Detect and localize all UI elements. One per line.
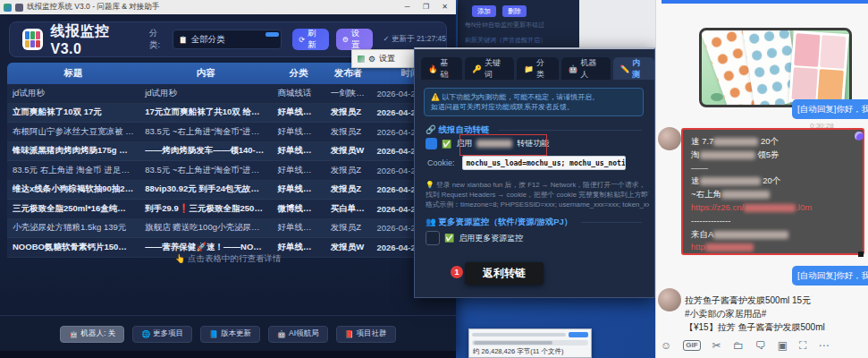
last-updated: ✓ 更新于 21:27:45	[383, 34, 446, 45]
background-panel	[579, 0, 655, 47]
tab-关键词[interactable]: 🔑关键词	[465, 57, 514, 80]
tab-机器人[interactable]: 🤖机器人	[561, 57, 611, 80]
category-dropdown[interactable]: 📋 全部分类	[173, 30, 282, 49]
table-row[interactable]: 立而爽船袜了10双 17元17元立而爽船袜了共10双 给季恒后石...好单线报-…	[7, 104, 449, 124]
cell-title: 三元极致全脂250ml*16盒纯牛奶 29....	[7, 203, 139, 215]
cell-title: 83.5元 右上角进 淘金币 进足迹拍 有...	[7, 165, 139, 176]
refresh-icon: ⟳	[299, 36, 305, 44]
feed-table: 标题内容分类发布者时间 jd试用秒jd试用秒商城线话一剑陕上做...2026-0…	[7, 63, 449, 258]
chat-history-icon[interactable]: 🗨	[755, 337, 766, 354]
cell-title: jd试用秒	[7, 88, 139, 99]
tab-分类[interactable]: 📁分类	[517, 57, 558, 80]
window-title: 线报监控系统 V3.0 - 问题库 & 对接助手	[27, 2, 396, 13]
cell-content: 88vip30.92元 到手24包无故垫4.48...	[139, 183, 272, 195]
checkbox-unchecked[interactable]	[426, 231, 440, 245]
chat-image-stickers[interactable]	[699, 28, 852, 107]
table-row[interactable]: 三元极致全脂250ml*16盒纯牛奶 29....到手29.9❗三元极致全脂25…	[7, 200, 449, 219]
redacted-text	[705, 243, 754, 251]
footer-button-icon: 🤖	[69, 330, 78, 338]
message-text: ——	[691, 163, 708, 173]
refresh-button[interactable]: ⟳ 刷新	[292, 29, 328, 50]
delete-button[interactable]: 删除	[502, 5, 527, 17]
resources-checkbox-row[interactable]: ✅ 启用更多资源监控	[426, 231, 523, 245]
cell-title: NOOBO氨糖软骨素钙片150粒*2瓶3...	[7, 242, 139, 253]
message-line: --------------	[691, 215, 855, 228]
footer-button[interactable]: 🤖机器人: 关	[60, 326, 124, 343]
tab-基础[interactable]: 🔥基础	[421, 57, 462, 80]
footer-button-icon: 📕	[345, 330, 354, 338]
avatar[interactable]	[658, 127, 681, 150]
app-icon	[4, 4, 12, 12]
cookie-tip: 💡 登录 new xianbao fun 后，按 F12 → Network，随…	[426, 180, 649, 190]
message-text: http	[691, 242, 705, 251]
message-text: 淘	[691, 149, 700, 159]
outgoing-bubble: [自动回复]你好，我现	[792, 266, 868, 286]
cell-content: 到手29.9❗三元极致全脂250ml*16...	[139, 203, 272, 215]
gif-icon[interactable]: GIF	[683, 340, 700, 351]
cell-title: 维达x线条小狗棕褐软抽90抽24包 ...	[7, 183, 139, 195]
file-icon[interactable]: 🗀	[733, 337, 744, 354]
close-button[interactable]: ✕	[437, 0, 452, 14]
cell-publisher: 发报员Z	[325, 126, 372, 138]
app-logo-icon	[22, 29, 43, 50]
cell-category: 好单线报-...	[272, 145, 324, 157]
checkbox-label: 启用更多资源监控	[459, 233, 523, 244]
cookie-tip: 找到 Request Headers → cookie，把整个 cookie 完…	[426, 190, 649, 200]
annotation-badge: 1	[451, 266, 463, 278]
titlebar: 线报监控系统 V3.0 - 问题库 & 对接助手 ─ ❐ ✕	[0, 0, 456, 14]
table-row[interactable]: 83.5元 右上角进 淘金币 进足迹拍 有...83.5元 ~右上角进“淘金币”…	[7, 161, 449, 181]
footer-button[interactable]: 🌐更多项目	[132, 326, 192, 343]
cell-publisher: 发报员Z	[325, 183, 372, 195]
check-icon: ✅	[442, 140, 451, 149]
maximize-button[interactable]: ❐	[418, 0, 434, 14]
image-icon[interactable]: ▣	[778, 337, 788, 354]
footer-button[interactable]: 📘版本更新	[200, 326, 260, 343]
annotation-resize-handle[interactable]	[858, 251, 864, 257]
chat-window: [自动回复]你好，我现 0:30:28 速 7.7 20个淘 领5券——速 20…	[655, 0, 868, 358]
emoji-icon[interactable]: ☺	[661, 337, 671, 354]
table-row[interactable]: jd试用秒jd试用秒商城线话一剑陕上做...2026-04-22 21:2	[7, 84, 449, 104]
background-link: 刷新关键词（声音提醒开启）	[465, 36, 546, 45]
more-icon[interactable]: ⋯	[818, 337, 829, 354]
tab-label: 基础	[441, 57, 456, 81]
chat-toolbar: ☺GIF✂🗀🗨▣⛶⋯	[661, 337, 829, 354]
message-text: ~右上角	[691, 189, 721, 199]
column-header: 发布者	[325, 67, 372, 80]
background-text: 每N分钟自动监控更新不错过	[465, 21, 544, 30]
table-row[interactable]: 小壳泌尿处方猫粮1.5kg 139元旗舰店 赠送吃100g小壳泌尿处方猫粮...…	[7, 219, 449, 239]
footer-toolbar: 🤖机器人: 关🌐更多项目📘版本更新🤖AI领航局📕项目社群	[0, 315, 456, 352]
taskbar-preview-tooltip: ⚙ 设置	[351, 49, 416, 68]
message-text: --------------	[691, 216, 730, 226]
table-row[interactable]: 锋味派黑猪肉烤肉烤肠175g 任选5件...——烤肉烤肠发车——领140-60补…	[7, 142, 449, 162]
category-label: 分类:	[149, 28, 167, 51]
redacted-text	[721, 191, 770, 199]
file-row-ghost	[472, 333, 566, 337]
footer-button[interactable]: 🤖AI领航局	[268, 326, 328, 343]
gear-icon: ⚙	[368, 55, 375, 64]
desktop: 添加 删除 每N分钟自动监控更新不错过 刷新关键词（声音提醒开启） 线报监控系统…	[0, 0, 868, 358]
add-button[interactable]: 添加	[472, 5, 496, 17]
checkbox-checked[interactable]	[426, 138, 437, 149]
scrollbar-thumb[interactable]	[474, 341, 552, 345]
cookie-input[interactable]: mochu_us_load=mochu_us; mochu_us_notice	[462, 156, 626, 170]
tab-label: 关键词	[485, 57, 507, 81]
message-line: 拉芳鱼子酱膏护发膜500ml 15元	[685, 294, 864, 307]
settings-button[interactable]: ⚙ 设置	[336, 29, 373, 50]
footer-button[interactable]: 📕项目社群	[336, 326, 396, 343]
minimize-button[interactable]: ─	[400, 0, 415, 14]
category-value: 全部分类	[191, 34, 225, 46]
capture-icon[interactable]: ⛶	[799, 337, 806, 354]
avatar[interactable]	[658, 288, 681, 311]
cell-publisher: 发报员Z	[325, 165, 372, 176]
table-row[interactable]: 布根阿山宁参冰丝大豆宽凉被 83.5元83.5元 ~右上角进“淘金币”进足迹..…	[7, 123, 449, 142]
status-bar: 约 26,428,426 字节(11 个文件)	[469, 347, 591, 356]
tab-icon: 🔥	[428, 64, 438, 73]
section-resources-title: 👥 更多资源监控（软件/资源/游戏PJ）	[426, 217, 642, 228]
screenshot-icon[interactable]: ✂	[712, 337, 721, 354]
cell-category: 好单线报-...	[272, 126, 324, 138]
tab-内测[interactable]: ✏️内测	[613, 57, 654, 80]
table-row[interactable]: 维达x线条小狗棕褐软抽90抽24包 ...88vip30.92元 到手24包无故…	[7, 181, 449, 200]
horizontal-scrollbar[interactable]	[472, 340, 588, 345]
redacted-text	[700, 151, 755, 159]
beta-warning: ⚠️ 以下功能为内测功能，可能不稳定，请谨慎开启。 如遇问题可关闭对应功能或联系…	[424, 88, 644, 116]
